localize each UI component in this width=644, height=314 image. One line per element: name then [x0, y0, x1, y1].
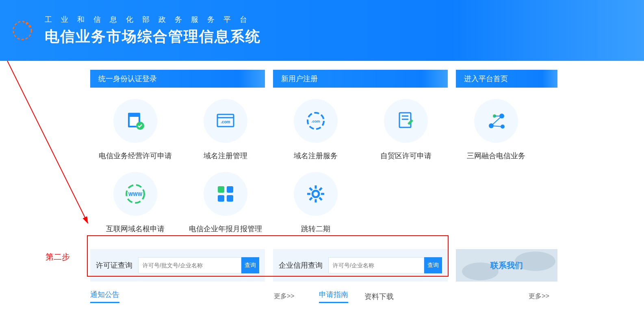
service-annual-report[interactable]: 电信企业年报月报管理 — [180, 172, 271, 234]
globe-com-icon: .com — [305, 110, 326, 131]
service-triple-play[interactable]: 三网融合电信业务 — [451, 99, 541, 161]
service-label: 互联网域名根申请 — [106, 224, 165, 234]
document-edit-icon — [395, 110, 416, 131]
service-label: 电信企业年报月报管理 — [189, 224, 262, 234]
service-label: 三网融合电信业务 — [467, 151, 525, 161]
license-query-box: 许可证查询 查询 — [90, 249, 265, 282]
svg-line-35 — [7, 61, 88, 223]
credit-query-title: 企业信用查询 — [279, 260, 323, 270]
service-label: 域名注册服务 — [294, 151, 338, 161]
service-label: 自贸区许可申请 — [380, 151, 432, 161]
gear-icon — [306, 184, 326, 204]
service-domain-service[interactable]: .com 域名注册服务 — [271, 99, 361, 161]
guide-more-link[interactable]: 更多>> — [529, 292, 549, 301]
contact-us-button[interactable]: 联系我们 — [456, 249, 557, 282]
notice-more-link[interactable]: 更多>> — [274, 292, 295, 301]
contact-us-label: 联系我们 — [490, 260, 523, 271]
service-telecom-license[interactable]: 电信业务经营许可申请 — [90, 99, 180, 161]
service-label: 跳转二期 — [301, 224, 330, 234]
svg-line-34 — [319, 188, 322, 190]
svg-line-32 — [319, 198, 322, 200]
svg-rect-10 — [399, 113, 411, 127]
svg-rect-22 — [218, 186, 224, 193]
browser-com-icon: .com — [215, 110, 236, 131]
svg-line-31 — [310, 188, 312, 190]
service-ftz-license[interactable]: 自贸区许可申请 — [361, 99, 451, 161]
login-button[interactable]: 统一身份认证登录 — [90, 70, 265, 88]
annotation-arrow-icon — [0, 61, 93, 303]
svg-rect-23 — [227, 186, 233, 193]
license-query-input[interactable] — [138, 257, 241, 273]
svg-text:WWW: WWW — [128, 191, 143, 197]
svg-rect-25 — [227, 195, 233, 202]
service-domain-root[interactable]: WWW 互联网域名根申请 — [90, 172, 180, 234]
register-button[interactable]: 新用户注册 — [273, 70, 448, 88]
tab-download[interactable]: 资料下载 — [364, 292, 394, 301]
logo-icon — [8, 16, 37, 45]
credit-query-input[interactable] — [328, 257, 424, 273]
service-domain-manage[interactable]: .com 域名注册管理 — [180, 99, 271, 161]
license-query-title: 许可证查询 — [96, 260, 132, 270]
annotation-step-label: 第二步 — [46, 252, 70, 262]
credit-query-box: 企业信用查询 查询 — [273, 249, 448, 282]
file-check-icon — [125, 110, 146, 131]
tab-notice[interactable]: 通知公告 — [90, 290, 119, 303]
network-nodes-icon — [486, 110, 507, 131]
www-globe-icon: WWW — [124, 183, 147, 205]
header-subtitle: 工业和信息化部政务服务平台 — [45, 15, 261, 24]
svg-text:.com: .com — [221, 120, 230, 124]
service-label: 电信业务经营许可申请 — [99, 151, 172, 161]
license-query-button[interactable]: 查询 — [241, 257, 259, 273]
svg-point-26 — [312, 191, 319, 197]
service-phase2-redirect[interactable]: 跳转二期 — [271, 172, 361, 234]
svg-line-17 — [491, 116, 502, 126]
svg-line-33 — [310, 198, 312, 200]
grid-tiles-icon — [216, 185, 235, 203]
svg-rect-24 — [218, 195, 224, 202]
svg-text:.com: .com — [311, 119, 320, 123]
credit-query-button[interactable]: 查询 — [424, 257, 442, 273]
page-header: 工业和信息化部政务服务平台 电信业务市场综合管理信息系统 — [0, 0, 644, 61]
header-title: 电信业务市场综合管理信息系统 — [45, 27, 261, 47]
tab-guide[interactable]: 申请指南 — [319, 290, 348, 303]
home-button[interactable]: 进入平台首页 — [456, 70, 557, 88]
service-label: 域名注册管理 — [204, 151, 247, 161]
